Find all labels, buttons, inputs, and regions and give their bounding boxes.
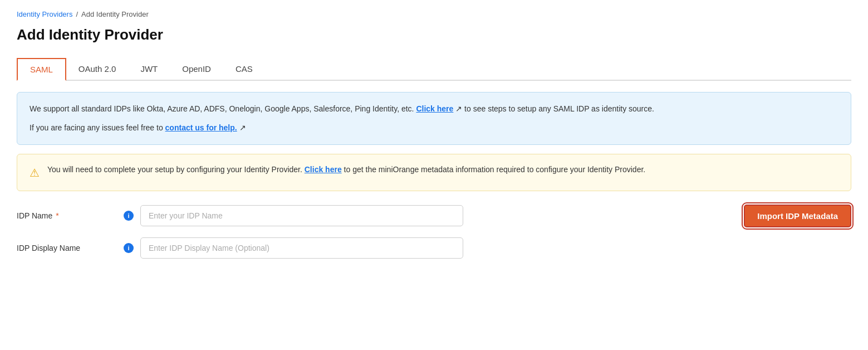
tab-openid[interactable]: OpenID — [170, 59, 223, 80]
page-title: Add Identity Provider — [17, 26, 851, 43]
warning-click-here-link[interactable]: Click here — [305, 165, 342, 174]
idp-name-label-text: IDP Name — [17, 211, 52, 220]
breadcrumb-link-identity-providers[interactable]: Identity Providers — [17, 10, 72, 18]
import-idp-metadata-button[interactable]: Import IDP Metadata — [744, 205, 851, 227]
info-box: We support all standard IDPs like Okta, … — [17, 92, 851, 145]
idp-name-info-icon[interactable]: i — [124, 211, 134, 221]
info-box-text-after: to see steps to setup any SAML IDP as id… — [462, 104, 654, 113]
info-box-text-before: We support all standard IDPs like Okta, … — [30, 104, 416, 113]
tab-cas[interactable]: CAS — [223, 59, 265, 80]
warning-icon: ⚠ — [30, 164, 40, 182]
idp-name-input[interactable] — [140, 205, 463, 226]
warning-text: You will need to complete your setup by … — [47, 163, 645, 176]
breadcrumb: Identity Providers / Add Identity Provid… — [17, 10, 851, 18]
warning-text-before: You will need to complete your setup by … — [47, 165, 305, 174]
idp-display-name-row: IDP Display Name i — [17, 237, 851, 259]
tabs-bar: SAML OAuth 2.0 JWT OpenID CAS — [17, 57, 851, 81]
tab-oauth2[interactable]: OAuth 2.0 — [66, 59, 129, 80]
tab-saml[interactable]: SAML — [17, 58, 66, 81]
required-star: * — [56, 211, 58, 220]
idp-display-name-input[interactable] — [140, 237, 463, 259]
idp-display-name-label: IDP Display Name — [17, 244, 117, 252]
breadcrumb-separator: / — [76, 10, 78, 18]
breadcrumb-current: Add Identity Provider — [81, 10, 149, 18]
warning-text-after: to get the miniOrange metadata informati… — [342, 165, 646, 174]
idp-display-name-info-icon[interactable]: i — [124, 243, 134, 253]
info-box-contact-external-icon: ↗ — [237, 123, 246, 132]
info-box-external-icon: ↗ — [453, 104, 462, 113]
tab-jwt[interactable]: JWT — [128, 59, 170, 80]
idp-display-name-label-text: IDP Display Name — [17, 244, 80, 252]
idp-name-row: IDP Name* i Import IDP Metadata — [17, 205, 851, 227]
info-box-click-here-link[interactable]: Click here — [416, 104, 453, 113]
warning-box: ⚠ You will need to complete your setup b… — [17, 154, 851, 191]
info-box-contact-before: If you are facing any issues feel free t… — [30, 123, 165, 132]
info-box-contact-link[interactable]: contact us for help. — [165, 123, 237, 132]
idp-name-label: IDP Name* — [17, 211, 117, 220]
form-section: IDP Name* i Import IDP Metadata IDP Disp… — [17, 205, 851, 259]
